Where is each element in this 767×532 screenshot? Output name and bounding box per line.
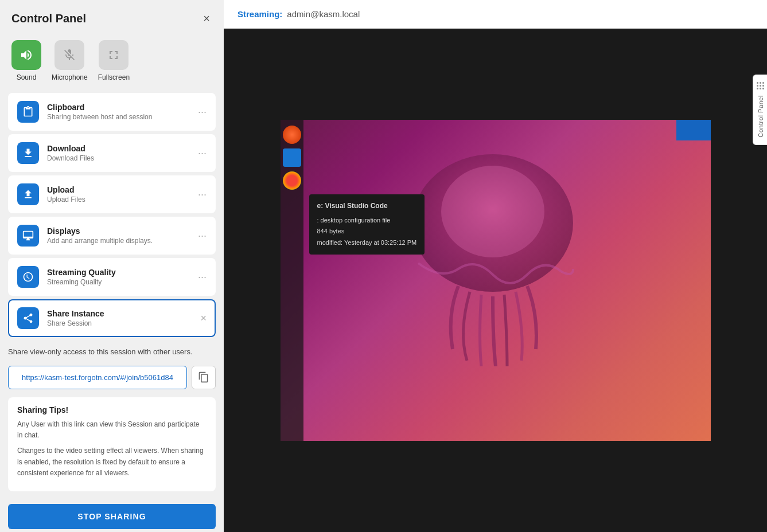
share-url-row: https://kasm-test.forgotn.com/#/join/b50… — [8, 366, 216, 390]
upload-more-button[interactable]: ··· — [198, 189, 207, 200]
sound-label: Sound — [17, 73, 37, 81]
displays-title: Displays — [47, 226, 190, 236]
sharing-tips-box: Sharing Tips! Any User with this link ca… — [8, 397, 216, 491]
clipboard-text: Clipboard Sharing between host and sessi… — [47, 103, 190, 121]
streaming-quality-title: Streaming Quality — [47, 268, 190, 277]
context-line4: modified: Yesterday at 03:25:12 PM — [317, 237, 417, 249]
close-button[interactable]: × — [201, 10, 212, 26]
browser-icon[interactable] — [283, 171, 301, 190]
upload-icon-container — [17, 183, 39, 205]
share-expanded-content: Share view-only access to this session w… — [0, 339, 224, 499]
menu-item-upload[interactable]: Upload Upload Files ··· — [8, 175, 216, 213]
tips-text-1: Any User with this link can view this Se… — [17, 419, 207, 441]
dot1 — [757, 82, 758, 84]
streaming-icon — [22, 271, 34, 283]
control-panel: Control Panel × Sound Microphone — [0, 0, 224, 532]
streaming-icon-container — [17, 266, 39, 288]
fullscreen-label: Fullscreen — [98, 73, 130, 81]
dot2 — [760, 82, 761, 84]
tips-title: Sharing Tips! — [17, 405, 207, 414]
streaming-quality-subtitle: Streaming Quality — [47, 278, 190, 286]
side-tab-dots — [757, 82, 764, 89]
download-subtitle: Download Files — [47, 154, 190, 162]
share-url-box: https://kasm-test.forgotn.com/#/join/b50… — [8, 366, 187, 390]
side-tab-label: Control Panel — [757, 95, 764, 138]
desktop-screen: e: Visual Studio Code : desktop configur… — [281, 120, 711, 441]
quick-actions-row: Sound Microphone Fullscreen — [0, 34, 224, 93]
dot5 — [760, 85, 761, 87]
ubuntu-icon[interactable] — [283, 126, 301, 144]
microphone-icon — [63, 48, 76, 62]
download-more-button[interactable]: ··· — [198, 148, 207, 158]
dot9 — [762, 88, 764, 89]
download-icon-container — [17, 142, 39, 164]
side-tab[interactable]: Control Panel — [753, 75, 767, 145]
upload-icon — [22, 189, 34, 200]
displays-more-button[interactable]: ··· — [198, 230, 207, 241]
menu-item-clipboard[interactable]: Clipboard Sharing between host and sessi… — [8, 93, 216, 131]
stop-sharing-button[interactable]: STOP SHARING — [8, 504, 216, 529]
fullscreen-button[interactable] — [99, 40, 129, 70]
dot3 — [762, 82, 764, 84]
microphone-button[interactable] — [54, 40, 84, 70]
fullscreen-icon — [107, 48, 120, 62]
tips-text-2: Changes to the video setting effect all … — [17, 445, 207, 479]
sound-icon — [20, 48, 33, 62]
screen-blue-button[interactable] — [676, 120, 711, 140]
displays-icon — [22, 230, 34, 241]
desktop-area: e: Visual Studio Code : desktop configur… — [224, 29, 767, 532]
clipboard-more-button[interactable]: ··· — [198, 107, 207, 117]
streaming-label: Streaming: — [238, 9, 282, 19]
menu-items-list: Clipboard Sharing between host and sessi… — [0, 93, 224, 339]
clipboard-subtitle: Sharing between host and session — [47, 113, 190, 121]
download-text: Download Download Files — [47, 144, 190, 162]
vscode-icon[interactable] — [283, 148, 301, 167]
menu-item-download[interactable]: Download Download Files ··· — [8, 134, 216, 172]
copy-url-button[interactable] — [192, 366, 216, 390]
svg-point-1 — [441, 166, 544, 257]
clipboard-icon-container — [17, 101, 39, 123]
share-instance-close-button[interactable]: × — [200, 313, 207, 323]
displays-text: Displays Add and arrange multiple displa… — [47, 226, 190, 245]
menu-item-displays[interactable]: Displays Add and arrange multiple displa… — [8, 217, 216, 255]
share-instance-text: Share Instance Share Session — [47, 309, 192, 327]
share-icon — [22, 312, 34, 324]
panel-title: Control Panel — [11, 12, 86, 25]
microphone-action[interactable]: Microphone — [52, 40, 88, 81]
upload-text: Upload Upload Files — [47, 185, 190, 204]
dot4 — [757, 85, 758, 87]
displays-icon-container — [17, 225, 39, 247]
share-description: Share view-only access to this session w… — [8, 346, 216, 358]
clipboard-icon — [22, 106, 34, 118]
streaming-user: admin@kasm.local — [287, 9, 360, 19]
download-title: Download — [47, 144, 190, 153]
menu-item-streaming-quality[interactable]: Streaming Quality Streaming Quality ··· — [8, 258, 216, 296]
context-line2: : desktop configuration file — [317, 215, 417, 226]
streaming-quality-text: Streaming Quality Streaming Quality — [47, 268, 190, 286]
copy-icon — [198, 371, 209, 383]
top-bar: Streaming: admin@kasm.local — [224, 0, 767, 29]
clipboard-title: Clipboard — [47, 103, 190, 112]
menu-item-share-instance[interactable]: Share Instance Share Session × — [8, 299, 216, 337]
taskbar — [281, 120, 303, 441]
main-area: Streaming: admin@kasm.local — [224, 0, 767, 532]
share-instance-subtitle: Share Session — [47, 319, 192, 327]
fullscreen-action[interactable]: Fullscreen — [98, 40, 130, 81]
context-line3: 844 bytes — [317, 226, 417, 237]
sound-button[interactable] — [11, 40, 41, 70]
share-instance-title: Share Instance — [47, 309, 192, 318]
context-line1: e: Visual Studio Code — [317, 200, 417, 213]
upload-title: Upload — [47, 185, 190, 194]
upload-subtitle: Upload Files — [47, 195, 190, 204]
panel-header: Control Panel × — [0, 0, 224, 34]
dot8 — [760, 88, 761, 89]
share-icon-container — [17, 307, 39, 329]
context-menu: e: Visual Studio Code : desktop configur… — [309, 194, 425, 255]
microphone-label: Microphone — [52, 73, 88, 81]
streaming-quality-more-button[interactable]: ··· — [198, 272, 207, 282]
dot6 — [762, 85, 764, 87]
download-icon — [22, 147, 34, 159]
displays-subtitle: Add and arrange multiple displays. — [47, 237, 190, 245]
dot7 — [757, 88, 758, 89]
sound-action[interactable]: Sound — [11, 40, 41, 81]
